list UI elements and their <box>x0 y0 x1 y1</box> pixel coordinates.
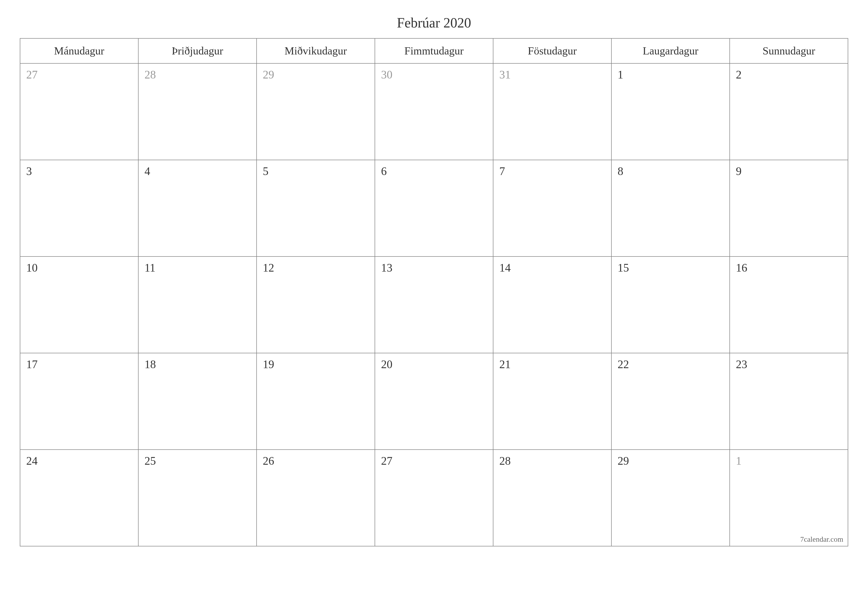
calendar-day-cell: 1 <box>611 64 730 160</box>
calendar-day-cell: 7 <box>493 160 611 256</box>
weekday-header: Laugardagur <box>611 38 730 64</box>
calendar-title: Febrúar 2020 <box>20 15 848 31</box>
calendar-day-cell: 2 <box>730 64 848 160</box>
day-number: 29 <box>618 455 629 467</box>
calendar-day-cell: 28 <box>493 449 611 546</box>
calendar-day-cell: 22 <box>611 353 730 449</box>
calendar-day-cell: 10 <box>20 256 138 353</box>
day-number: 15 <box>618 261 629 274</box>
day-number: 10 <box>26 261 37 274</box>
calendar-day-cell: 26 <box>257 449 375 546</box>
calendar-day-cell: 6 <box>375 160 493 256</box>
day-number: 1 <box>618 68 623 81</box>
calendar-day-cell: 28 <box>138 64 257 160</box>
day-number: 31 <box>499 68 511 81</box>
calendar-day-cell: 21 <box>493 353 611 449</box>
calendar-day-cell: 8 <box>611 160 730 256</box>
calendar-day-cell: 27 <box>20 64 138 160</box>
weekday-header: Sunnudagur <box>730 38 848 64</box>
calendar-day-cell: 16 <box>730 256 848 353</box>
calendar-body: 2728293031123456789101112131415161718192… <box>20 64 848 546</box>
calendar-week-row: 24252627282917calendar.com <box>20 449 848 546</box>
day-number: 20 <box>381 358 392 371</box>
footer-credit: 7calendar.com <box>800 535 843 543</box>
calendar-week-row: 10111213141516 <box>20 256 848 353</box>
day-number: 22 <box>618 358 629 371</box>
calendar-day-cell: 5 <box>257 160 375 256</box>
calendar-day-cell: 19 <box>257 353 375 449</box>
day-number: 3 <box>26 165 32 177</box>
day-number: 25 <box>144 455 156 467</box>
day-number: 17 <box>26 358 37 371</box>
weekday-header: Mánudagur <box>20 38 138 64</box>
calendar-day-cell: 3 <box>20 160 138 256</box>
day-number: 19 <box>263 358 274 371</box>
day-number: 27 <box>381 455 392 467</box>
day-number: 21 <box>499 358 511 371</box>
day-number: 12 <box>263 261 274 274</box>
weekday-header: Fimmtudagur <box>375 38 493 64</box>
day-number: 13 <box>381 261 392 274</box>
calendar-day-cell: 15 <box>611 256 730 353</box>
day-number: 28 <box>499 455 511 467</box>
calendar-day-cell: 29 <box>611 449 730 546</box>
calendar-week-row: 17181920212223 <box>20 353 848 449</box>
day-number: 9 <box>736 165 742 177</box>
day-number: 6 <box>381 165 387 177</box>
calendar-day-cell: 30 <box>375 64 493 160</box>
day-number: 1 <box>736 455 742 467</box>
weekday-header: Þriðjudagur <box>138 38 257 64</box>
day-number: 29 <box>263 68 274 81</box>
day-number: 14 <box>499 261 511 274</box>
day-number: 26 <box>263 455 274 467</box>
day-number: 11 <box>144 261 155 274</box>
day-number: 24 <box>26 455 37 467</box>
calendar-day-cell: 27 <box>375 449 493 546</box>
day-number: 23 <box>736 358 747 371</box>
day-number: 7 <box>499 165 505 177</box>
calendar-day-cell: 24 <box>20 449 138 546</box>
calendar-day-cell: 23 <box>730 353 848 449</box>
calendar-day-cell: 14 <box>493 256 611 353</box>
calendar-table: Mánudagur Þriðjudagur Miðvikudagur Fimmt… <box>20 38 848 546</box>
calendar-week-row: 272829303112 <box>20 64 848 160</box>
calendar-day-cell: 18 <box>138 353 257 449</box>
calendar-day-cell: 12 <box>257 256 375 353</box>
calendar-day-cell: 13 <box>375 256 493 353</box>
day-number: 30 <box>381 68 392 81</box>
calendar-day-cell: 11 <box>138 256 257 353</box>
day-number: 4 <box>144 165 150 177</box>
day-number: 28 <box>144 68 156 81</box>
calendar-day-cell: 20 <box>375 353 493 449</box>
calendar-day-cell: 4 <box>138 160 257 256</box>
day-number: 8 <box>618 165 623 177</box>
weekday-header: Miðvikudagur <box>257 38 375 64</box>
weekday-header: Föstudagur <box>493 38 611 64</box>
calendar-day-cell: 29 <box>257 64 375 160</box>
day-number: 18 <box>144 358 156 371</box>
calendar-day-cell: 17calendar.com <box>730 449 848 546</box>
calendar-week-row: 3456789 <box>20 160 848 256</box>
weekday-header-row: Mánudagur Þriðjudagur Miðvikudagur Fimmt… <box>20 38 848 64</box>
day-number: 5 <box>263 165 268 177</box>
calendar-day-cell: 25 <box>138 449 257 546</box>
day-number: 27 <box>26 68 37 81</box>
day-number: 2 <box>736 68 742 81</box>
day-number: 16 <box>736 261 747 274</box>
calendar-day-cell: 31 <box>493 64 611 160</box>
calendar-day-cell: 9 <box>730 160 848 256</box>
calendar-day-cell: 17 <box>20 353 138 449</box>
